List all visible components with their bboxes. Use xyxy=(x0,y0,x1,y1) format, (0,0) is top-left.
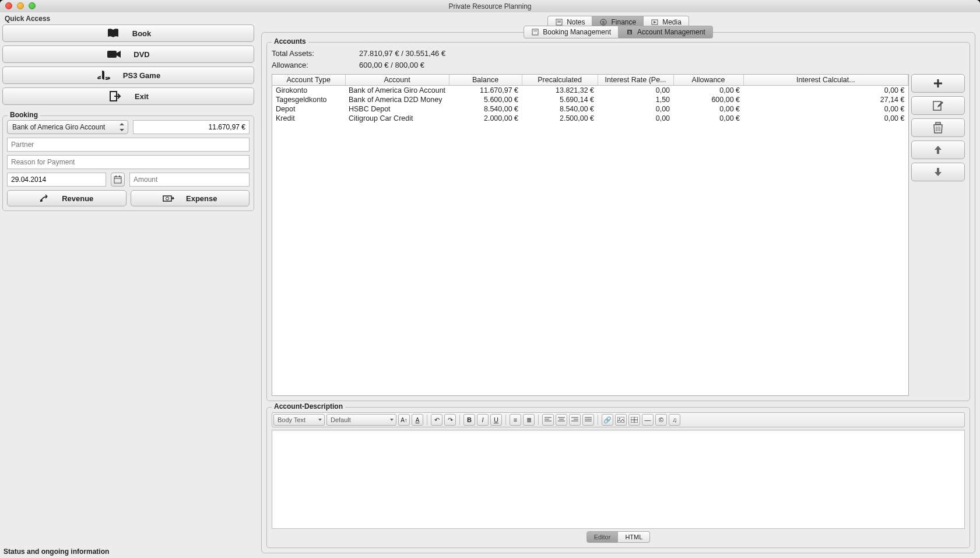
svg-point-6 xyxy=(40,199,43,202)
editor-mode-tab[interactable]: Editor xyxy=(586,531,619,543)
account-description-panel: Account-Description Body Text Default A↑… xyxy=(266,407,970,548)
accounts-label: Accounts xyxy=(272,37,308,45)
font-decrease-button[interactable]: A xyxy=(412,414,423,426)
window-title: Private Resource Planning xyxy=(448,2,531,10)
redo-button[interactable]: ↷ xyxy=(444,414,456,426)
bold-icon: B xyxy=(467,416,472,423)
expense-icon xyxy=(163,194,174,202)
move-up-button[interactable] xyxy=(911,141,965,159)
booking-date-input[interactable] xyxy=(7,173,106,187)
svg-rect-15 xyxy=(532,29,538,35)
tab-booking-management[interactable]: Booking Management xyxy=(524,26,619,38)
quick-access-book-button[interactable]: Book xyxy=(2,24,254,42)
style-select[interactable]: Body Text xyxy=(273,414,325,426)
booking-expense-button[interactable]: Expense xyxy=(131,190,250,206)
link-icon: 🔗 xyxy=(603,416,612,424)
minimize-window-button[interactable] xyxy=(17,2,24,9)
move-down-button[interactable] xyxy=(911,163,965,181)
account-description-label: Account-Description xyxy=(272,402,345,410)
table-button[interactable] xyxy=(628,414,640,426)
total-assets-label: Total Assets: xyxy=(272,49,359,58)
booking-partner-input[interactable] xyxy=(7,138,250,152)
allowance-label: Allowance: xyxy=(272,61,359,69)
booking-reason-input[interactable] xyxy=(7,155,250,169)
align-left-button[interactable] xyxy=(542,414,554,426)
align-justify-icon xyxy=(585,417,592,423)
table-row[interactable]: GirokontoBank of America Giro Account11.… xyxy=(272,86,908,96)
undo-button[interactable]: ↶ xyxy=(431,414,442,426)
add-account-button[interactable] xyxy=(911,74,965,93)
calendar-icon xyxy=(114,176,122,184)
edit-icon xyxy=(932,100,944,111)
col-interest-calc[interactable]: Interest Calculat... xyxy=(743,75,908,86)
hr-button[interactable]: — xyxy=(642,414,654,426)
number-list-button[interactable]: ≣ xyxy=(523,414,535,426)
edit-account-button[interactable] xyxy=(911,96,965,115)
col-account[interactable]: Account xyxy=(345,75,449,86)
bullet-list-button[interactable]: ≡ xyxy=(510,414,521,426)
table-row[interactable]: KreditCitigroup Car Credit2.000,00 €2.50… xyxy=(272,114,908,123)
font-increase-button[interactable]: A↑ xyxy=(398,414,410,426)
finance-icon: $ xyxy=(599,18,607,26)
arrow-up-icon xyxy=(933,145,943,155)
booking-revenue-label: Revenue xyxy=(62,194,93,203)
booking-amount-input[interactable] xyxy=(129,173,250,187)
image-icon xyxy=(617,417,624,423)
audio-button[interactable]: ♫ xyxy=(669,414,680,426)
music-icon: ♫ xyxy=(672,416,677,423)
quick-access-ps3-button[interactable]: PS3 Game xyxy=(2,66,254,84)
quick-access-dvd-button[interactable]: DVD xyxy=(2,45,254,63)
zoom-window-button[interactable] xyxy=(29,2,36,9)
number-list-icon: ≣ xyxy=(526,416,532,424)
italic-button[interactable]: I xyxy=(477,414,489,426)
status-bar: Status and ongoing information xyxy=(0,545,257,558)
align-center-button[interactable] xyxy=(556,414,567,426)
svg-point-8 xyxy=(166,197,169,200)
account-mgmt-icon: $ xyxy=(626,28,634,36)
underline-button[interactable]: U xyxy=(490,414,502,426)
link-button[interactable]: 🔗 xyxy=(602,414,613,426)
quick-access-exit-button[interactable]: Exit xyxy=(2,87,254,105)
svg-rect-22 xyxy=(936,122,940,124)
quick-access-book-label: Book xyxy=(132,29,152,38)
table-row[interactable]: TagesgeldkontoBank of America D2D Money5… xyxy=(272,95,908,104)
close-window-button[interactable] xyxy=(5,2,12,9)
tab-account-management[interactable]: $ Account Management xyxy=(619,26,713,38)
align-right-button[interactable] xyxy=(569,414,581,426)
col-allowance[interactable]: Allowance xyxy=(673,75,743,86)
playstation-icon xyxy=(96,70,111,80)
arrow-down-icon xyxy=(933,167,943,177)
html-mode-tab[interactable]: HTML xyxy=(618,531,650,543)
booking-mgmt-icon xyxy=(531,28,539,36)
align-right-icon xyxy=(571,417,578,423)
col-interest-rate[interactable]: Interest Rate (Pe... xyxy=(598,75,673,86)
exit-icon xyxy=(108,91,123,101)
bold-button[interactable]: B xyxy=(463,414,475,426)
col-balance[interactable]: Balance xyxy=(449,75,522,86)
col-account-type[interactable]: Account Type xyxy=(272,75,345,86)
font-select[interactable]: Default xyxy=(326,414,396,426)
revenue-icon xyxy=(40,194,50,202)
editor-toolbar: Body Text Default A↑ A ↶ ↷ B I U ≡ ≣ xyxy=(272,412,965,427)
booking-date-picker-button[interactable] xyxy=(111,173,125,187)
booking-account-select[interactable]: Bank of America Giro Account xyxy=(7,120,128,134)
plus-icon xyxy=(932,78,944,89)
book-icon xyxy=(106,28,121,38)
media-icon xyxy=(651,18,659,26)
table-row[interactable]: DepotHSBC Depot8.540,00 €8.540,00 €0,000… xyxy=(272,104,908,114)
booking-balance-display[interactable] xyxy=(133,120,250,134)
delete-account-button[interactable] xyxy=(911,118,965,137)
italic-icon: I xyxy=(482,416,483,423)
image-button[interactable] xyxy=(615,414,627,426)
booking-revenue-button[interactable]: Revenue xyxy=(7,190,127,206)
quick-access-label: Quick Access xyxy=(2,12,254,24)
symbol-button[interactable]: © xyxy=(655,414,667,426)
description-editor[interactable] xyxy=(272,430,965,529)
quick-access-exit-label: Exit xyxy=(135,92,149,101)
col-precalculated[interactable]: Precalculated xyxy=(522,75,598,86)
font-increase-icon: A↑ xyxy=(401,417,408,423)
accounts-table[interactable]: Account Type Account Balance Precalculat… xyxy=(272,74,909,396)
align-justify-button[interactable] xyxy=(582,414,594,426)
quick-access-ps3-label: PS3 Game xyxy=(123,71,160,80)
align-left-icon xyxy=(545,417,552,423)
